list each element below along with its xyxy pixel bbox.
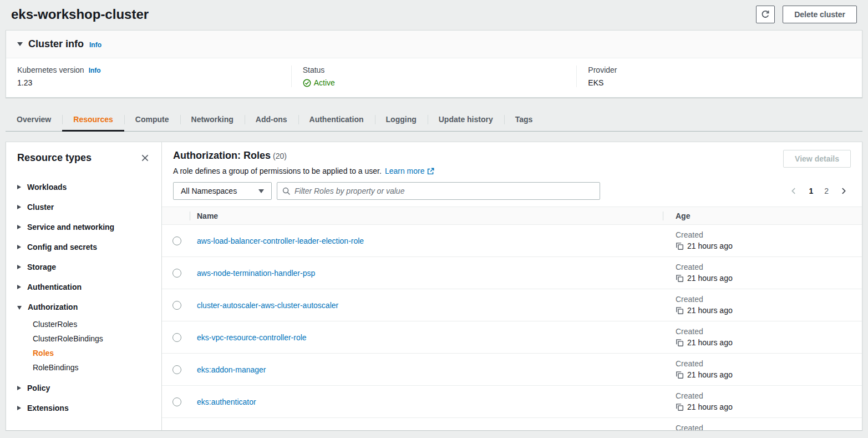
- tab-update-history[interactable]: Update history: [428, 109, 504, 131]
- role-link[interactable]: eks:authenticator: [197, 397, 256, 406]
- copy-icon: [676, 371, 684, 379]
- tab-compute[interactable]: Compute: [124, 109, 180, 131]
- age-column-header: Age: [663, 212, 862, 220]
- sidebar-group-authorization[interactable]: Authorization: [17, 297, 150, 317]
- select-caret-icon: [258, 189, 264, 193]
- copy-icon: [676, 403, 684, 411]
- header-actions: Delete cluster: [756, 6, 857, 23]
- kubernetes-version-value: 1.23: [17, 78, 280, 87]
- tab-tags[interactable]: Tags: [504, 109, 544, 131]
- expand-right-icon: [17, 185, 21, 189]
- external-link-icon: [427, 168, 434, 175]
- name-column-header: Name: [190, 212, 663, 220]
- provider-label: Provider: [588, 66, 617, 74]
- copy-icon: [676, 274, 684, 283]
- sidebar-item-rolebindings[interactable]: RoleBindings: [33, 360, 150, 375]
- expand-right-icon: [17, 265, 21, 269]
- age-value: 21 hours ago: [687, 306, 733, 315]
- created-label: Created: [676, 359, 862, 368]
- resource-types-sidebar: Resource types Workloads Cluster Service…: [6, 142, 162, 430]
- refresh-button[interactable]: [756, 6, 775, 23]
- page-2-button[interactable]: 2: [824, 187, 829, 195]
- sidebar-item-roles[interactable]: Roles: [33, 346, 150, 360]
- kubernetes-version-info-link[interactable]: Info: [89, 67, 101, 74]
- table-row: cluster-autoscaler-aws-cluster-autoscale…: [162, 289, 862, 321]
- namespace-select[interactable]: All Namespaces: [173, 182, 272, 200]
- learn-more-link[interactable]: Learn more: [385, 167, 434, 175]
- status-value: Active: [314, 78, 335, 87]
- row-radio[interactable]: [172, 269, 181, 278]
- roles-count: (20): [273, 152, 287, 160]
- expand-right-icon: [17, 225, 21, 229]
- sidebar-group-cluster[interactable]: Cluster: [17, 197, 150, 217]
- sidebar-group-policy[interactable]: Policy: [17, 378, 150, 398]
- expand-right-icon: [17, 285, 21, 289]
- page-header: eks-workshop-cluster Delete cluster: [0, 0, 868, 30]
- sidebar-title: Resource types: [17, 152, 92, 164]
- sidebar-item-clusterroles[interactable]: ClusterRoles: [33, 317, 150, 331]
- sidebar-close-icon[interactable]: [140, 153, 150, 163]
- sidebar-item-clusterrolebindings[interactable]: ClusterRoleBindings: [33, 331, 150, 346]
- age-value: 21 hours ago: [687, 274, 733, 283]
- delete-cluster-button[interactable]: Delete cluster: [783, 6, 857, 23]
- sidebar-group-storage[interactable]: Storage: [17, 257, 150, 277]
- row-radio[interactable]: [172, 301, 181, 310]
- roles-main-panel: Authorization: Roles(20) A role defines …: [162, 142, 862, 430]
- sidebar-group-authentication[interactable]: Authentication: [17, 277, 150, 297]
- tab-add-ons[interactable]: Add-ons: [245, 109, 298, 131]
- table-row: eks:addon-manager Created 21 hours ago: [162, 354, 862, 386]
- roles-title: Authorization: Roles: [173, 150, 271, 161]
- cluster-info-body: Kubernetes version Info 1.23 Status Acti…: [6, 58, 862, 97]
- sidebar-group-extensions[interactable]: Extensions: [17, 398, 150, 418]
- sidebar-group-service-and-networking[interactable]: Service and networking: [17, 217, 150, 237]
- table-row: aws-node-termination-handler-psp Created…: [162, 257, 862, 289]
- table-row-partial: Created: [162, 418, 862, 430]
- tab-logging[interactable]: Logging: [375, 109, 428, 131]
- expand-right-icon: [17, 205, 21, 209]
- collapse-caret-icon[interactable]: [17, 42, 23, 46]
- role-link[interactable]: cluster-autoscaler-aws-cluster-autoscale…: [197, 301, 338, 310]
- role-link[interactable]: aws-node-termination-handler-psp: [197, 269, 315, 278]
- created-label: Created: [676, 230, 862, 239]
- sidebar-group-workloads[interactable]: Workloads: [17, 177, 150, 197]
- roles-filter-box: [277, 182, 600, 200]
- created-label: Created: [676, 391, 862, 400]
- namespace-select-value: All Namespaces: [181, 187, 237, 195]
- cluster-info-info-link[interactable]: Info: [89, 41, 101, 49]
- age-value: 21 hours ago: [687, 402, 733, 411]
- table-header: Name Age: [162, 207, 862, 225]
- tab-networking[interactable]: Networking: [180, 109, 245, 131]
- next-page-icon[interactable]: [840, 187, 847, 195]
- row-radio[interactable]: [172, 333, 181, 342]
- roles-filter-input[interactable]: [295, 187, 595, 195]
- copy-icon: [676, 242, 684, 250]
- created-label: Created: [676, 327, 862, 336]
- tab-overview[interactable]: Overview: [6, 109, 62, 131]
- pagination: 1 2: [790, 187, 847, 195]
- status-field: Status Active: [291, 66, 577, 87]
- tab-authentication[interactable]: Authentication: [298, 109, 375, 131]
- status-label: Status: [303, 66, 325, 74]
- role-link[interactable]: eks-vpc-resource-controller-role: [197, 333, 307, 342]
- role-link[interactable]: eks:addon-manager: [197, 365, 266, 374]
- age-value: 21 hours ago: [687, 338, 733, 347]
- age-value: 21 hours ago: [687, 241, 733, 250]
- row-radio[interactable]: [172, 365, 181, 374]
- sidebar-group-config-and-secrets[interactable]: Config and secrets: [17, 237, 150, 257]
- role-link[interactable]: aws-load-balancer-controller-leader-elec…: [197, 236, 364, 245]
- kubernetes-version-label: Kubernetes version: [17, 66, 84, 74]
- copy-icon: [676, 306, 684, 315]
- status-check-icon: [303, 79, 311, 87]
- page-1-button[interactable]: 1: [809, 187, 813, 195]
- row-radio[interactable]: [172, 397, 181, 406]
- view-details-button[interactable]: View details: [783, 150, 851, 168]
- expand-down-icon: [17, 306, 22, 310]
- cluster-info-header[interactable]: Cluster info Info: [6, 31, 862, 58]
- tab-resources[interactable]: Resources: [62, 109, 124, 131]
- expand-right-icon: [17, 386, 21, 390]
- row-radio[interactable]: [172, 236, 181, 245]
- previous-page-icon[interactable]: [790, 187, 798, 195]
- roles-table: Name Age aws-load-balancer-controller-le…: [162, 207, 862, 430]
- copy-icon: [676, 339, 684, 347]
- kubernetes-version-field: Kubernetes version Info 1.23: [6, 66, 291, 87]
